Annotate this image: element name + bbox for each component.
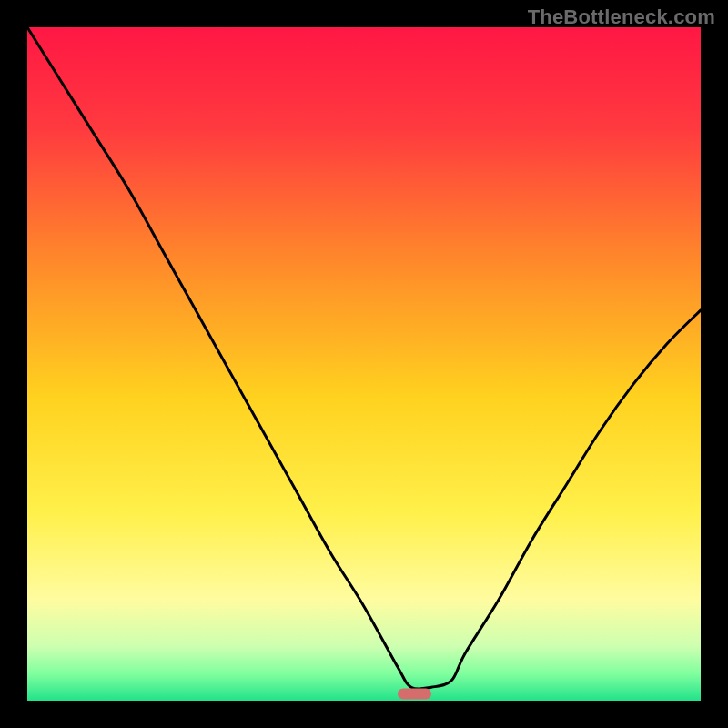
- bottleneck-chart: [27, 27, 701, 701]
- optimum-marker: [398, 689, 431, 700]
- watermark-text: TheBottleneck.com: [528, 5, 715, 29]
- chart-frame: TheBottleneck.com: [0, 0, 728, 728]
- gradient-background: [27, 27, 701, 701]
